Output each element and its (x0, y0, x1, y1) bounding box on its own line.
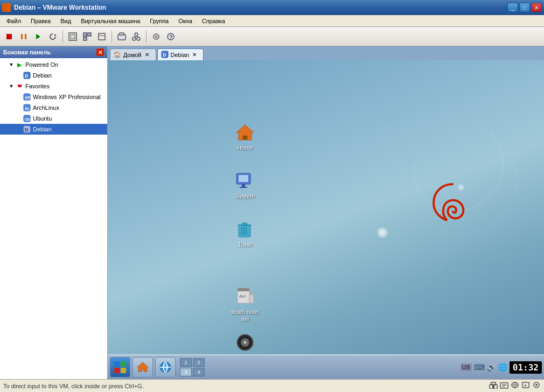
svg-rect-39 (239, 175, 248, 182)
lang-icon: US (461, 363, 472, 371)
sidebar-title: Боковая панель (3, 49, 51, 55)
deathnote-icon-label: death note.avi (230, 309, 260, 323)
menu-view[interactable]: Вид (56, 17, 75, 25)
statusbar-icon-2[interactable] (500, 381, 508, 390)
main-area: Боковая панель ✕ ▼ ▶ Powered On D Debian… (0, 46, 544, 379)
svg-rect-14 (120, 33, 124, 35)
music-icon-img (234, 332, 256, 353)
workspace-3[interactable]: 3 (180, 368, 192, 376)
titlebar-controls: _ □ ✕ (507, 3, 542, 12)
svg-rect-69 (500, 383, 508, 388)
clock-display: 01:32 (510, 361, 542, 374)
kde-menu-button[interactable] (110, 357, 130, 377)
powered-on-label: Powered On (25, 61, 58, 68)
deathnote-icon-img: AVI (234, 286, 256, 307)
suspend-button[interactable] (17, 30, 31, 44)
window-button[interactable] (95, 30, 109, 44)
svg-text:D: D (25, 73, 29, 79)
menu-window[interactable]: Окна (174, 17, 197, 25)
debian-tab-icon: D (161, 51, 169, 59)
sidebar-item-debian-running[interactable]: D Debian (0, 70, 107, 81)
svg-text:AVI: AVI (239, 294, 246, 299)
sidebar-item-archlinux[interactable]: AL ArchLinux (0, 102, 107, 113)
svg-rect-41 (240, 187, 247, 188)
svg-point-0 (4, 5, 9, 10)
light-glare-1 (377, 227, 388, 238)
sidebar-item-debian-fav[interactable]: D Debian (0, 124, 107, 135)
desktop-icon-deathnote[interactable]: AVI death note.avi (224, 284, 267, 325)
help-button[interactable]: ? (164, 30, 178, 44)
keyboard-icon[interactable]: ⌨ (474, 363, 485, 372)
powered-on-icon: ▶ (15, 60, 24, 69)
statusbar-icon-3[interactable] (511, 381, 519, 390)
right-panel: 🏠 Домой ✕ D Debian ✕ (108, 46, 544, 379)
svg-rect-3 (25, 34, 26, 39)
play-button[interactable] (31, 30, 45, 44)
svg-rect-40 (242, 184, 245, 187)
svg-point-15 (135, 33, 138, 36)
debian-running-label: Debian (33, 72, 52, 79)
workspace-switcher: 1 2 3 4 (180, 358, 205, 376)
sidebar-item-favorites[interactable]: ▼ ❤ Favorites (0, 81, 107, 92)
systray: US ⌨ 🔊 🌐 01:32 (461, 361, 542, 374)
tab-debian[interactable]: D Debian ✕ (157, 48, 204, 60)
svg-point-17 (137, 37, 140, 40)
menu-group[interactable]: Группа (145, 17, 173, 25)
workspace-1[interactable]: 1 (180, 358, 192, 367)
svg-text:D: D (163, 52, 166, 58)
svg-rect-10 (83, 37, 87, 40)
workspace-4[interactable]: 4 (193, 368, 205, 376)
statusbar-icon-4[interactable] (521, 381, 530, 390)
workspace-2[interactable]: 2 (193, 358, 205, 367)
snapshot-button[interactable] (115, 30, 129, 44)
fullscreen-button[interactable] (66, 30, 80, 44)
debian-fav-vm-icon: D (23, 125, 31, 134)
svg-rect-59 (121, 361, 126, 367)
desktop-icon-trash[interactable]: Trash (224, 216, 267, 250)
svg-rect-7 (71, 34, 75, 39)
desktop-icon-system[interactable]: System (224, 168, 267, 202)
svg-text:?: ? (169, 34, 173, 40)
menu-vm[interactable]: Виртуальная машина (76, 17, 144, 25)
unity-button[interactable] (80, 30, 94, 44)
svg-rect-67 (491, 382, 496, 385)
svg-point-16 (132, 37, 136, 40)
statusbar-icon-5[interactable] (532, 381, 541, 390)
minimize-button[interactable]: _ (507, 3, 518, 12)
sidebar-item-powered-on[interactable]: ▼ ▶ Powered On (0, 59, 107, 70)
home-icon-label: Home (237, 144, 253, 151)
menu-edit[interactable]: Правка (26, 17, 55, 25)
home-tab-close[interactable]: ✕ (144, 52, 150, 58)
tab-home[interactable]: 🏠 Домой ✕ (110, 48, 156, 60)
menu-file[interactable]: Файл (2, 17, 25, 25)
sidebar-close-button[interactable]: ✕ (96, 48, 104, 56)
debian-tab-label: Debian (171, 52, 190, 58)
volume-icon[interactable]: 🔊 (487, 363, 496, 372)
maximize-button[interactable]: □ (519, 3, 530, 12)
statusbar-icon-1[interactable] (489, 381, 498, 390)
sidebar-item-winxp[interactable]: XP Windows XP Professional (0, 92, 107, 102)
preferences-button[interactable] (149, 30, 163, 44)
konqueror-button[interactable] (155, 357, 176, 377)
debian-tab-close[interactable]: ✕ (191, 52, 198, 58)
bg-decoration (329, 87, 517, 304)
network-icon[interactable]: 🌐 (498, 363, 507, 372)
favorites-label: Favorites (25, 83, 50, 89)
menu-help[interactable]: Справка (198, 17, 229, 25)
home-taskbar-button[interactable] (132, 357, 153, 377)
vm-desktop[interactable]: Home System (108, 60, 544, 379)
close-button[interactable]: ✕ (531, 3, 542, 12)
sidebar-item-ubuntu[interactable]: Ub Ubuntu (0, 113, 107, 124)
svg-line-19 (136, 36, 138, 37)
view-buttons (66, 30, 109, 44)
system-icon-label: System (235, 193, 255, 200)
reset-button[interactable] (46, 30, 60, 44)
home-tab-label: Домой (123, 52, 142, 58)
snapshot-manager-button[interactable] (129, 30, 143, 44)
stop-button[interactable] (2, 30, 16, 44)
desktop-icon-home[interactable]: Home (224, 120, 267, 153)
menubar: Файл Правка Вид Виртуальная машина Групп… (0, 15, 544, 27)
archlinux-vm-icon: AL (23, 103, 31, 112)
svg-rect-9 (88, 33, 91, 36)
sidebar-header: Боковая панель ✕ (0, 46, 107, 58)
